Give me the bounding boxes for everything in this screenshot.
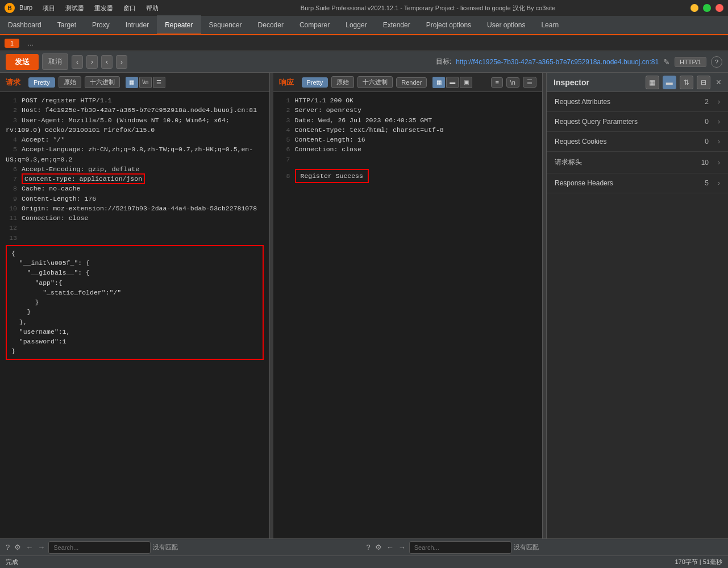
json-line-init: "__init\u005f_": {	[11, 258, 258, 268]
response-format-btn[interactable]: ≡	[491, 77, 502, 88]
target-edit-button[interactable]: ✎	[663, 57, 670, 67]
response-view-btn3[interactable]: ▣	[460, 77, 472, 88]
help-button[interactable]: ?	[711, 56, 722, 68]
response-line-8: 8Register Success	[279, 164, 537, 183]
tab-dashboard[interactable]: Dashboard	[0, 15, 49, 35]
tab-logger[interactable]: Logger	[338, 15, 375, 35]
inspector-row-request-headers[interactable]: 请求标头 10 ›	[547, 152, 728, 173]
response-view-btn1[interactable]: ▦	[432, 77, 445, 88]
nav-fwd-button[interactable]: ›	[86, 55, 98, 69]
nav-back-button[interactable]: ‹	[72, 55, 83, 69]
request-line-5: 5Accept-Language: zh-CN,zh;q=0.8,zh-TW;q…	[6, 144, 264, 164]
response-line-4: 4Content-Type: text/html; charset=utf-8	[279, 125, 537, 135]
titlebar: B Burp 项目 测试器 重发器 窗口 帮助 Burp Suite Profe…	[0, 0, 728, 16]
response-panel-content[interactable]: 1HTTP/1.1 200 OK 2Server: openresty 3Dat…	[273, 92, 543, 538]
inspector-row-query-params[interactable]: Request Query Parameters 0 ›	[547, 112, 728, 132]
inspector-row-response-headers[interactable]: Response Headers 5 ›	[547, 173, 728, 193]
tab-decoder[interactable]: Decoder	[250, 15, 292, 35]
nav-fwd2-button[interactable]: ›	[116, 55, 127, 69]
request-panel-content[interactable]: 1POST /register HTTP/1.1 2Host: f4c1925e…	[0, 92, 269, 538]
app-logo: B	[5, 3, 15, 13]
minimize-button[interactable]	[690, 4, 698, 12]
send-button[interactable]: 发送	[6, 54, 39, 70]
register-success-box: Register Success	[295, 169, 369, 183]
response-tab-raw[interactable]: 原始	[331, 76, 354, 88]
json-line-password: "password":1	[11, 337, 258, 346]
menu-help[interactable]: 帮助	[146, 4, 159, 13]
tab-project-options[interactable]: Project options	[418, 15, 479, 35]
response-more-btn[interactable]: ☰	[523, 77, 536, 88]
request-view-btn3[interactable]: ☰	[153, 77, 165, 88]
json-line-close3: },	[11, 317, 258, 327]
bottom-nav-fwd-right[interactable]: →	[397, 542, 407, 553]
request-line-4: 4Accept: */*	[6, 135, 264, 144]
inspector-close-button[interactable]: ×	[716, 77, 721, 88]
response-wrap-btn[interactable]: \n	[506, 77, 519, 88]
tab-extender[interactable]: Extender	[375, 15, 418, 35]
tab-proxy[interactable]: Proxy	[84, 15, 118, 35]
tab-user-options[interactable]: User options	[479, 15, 533, 35]
response-view-btn2[interactable]: ▬	[446, 77, 459, 88]
inspector-sort-btn[interactable]: ⇅	[680, 76, 693, 89]
bottom-nav-back-left[interactable]: ←	[24, 542, 34, 553]
bottom-help-left[interactable]: ?	[5, 542, 11, 553]
repeater-tab-more[interactable]: …	[22, 39, 39, 48]
bottom-settings-left[interactable]: ⚙	[13, 542, 22, 553]
request-view-btn2[interactable]: \\n	[139, 77, 152, 88]
nav-tabs: Dashboard Target Proxy Intruder Repeater…	[0, 16, 728, 35]
request-line-11: 11Connection: close	[6, 213, 264, 223]
inspector-row-cookies[interactable]: Request Cookies 0 ›	[547, 132, 728, 152]
response-tab-hex[interactable]: 十六进制	[357, 76, 393, 88]
tab-comparer[interactable]: Comparer	[292, 15, 338, 35]
search-input-right[interactable]	[409, 541, 511, 554]
request-view-btn1[interactable]: ▦	[126, 77, 138, 88]
cancel-button[interactable]: 取消	[42, 53, 68, 70]
menu-window[interactable]: 窗口	[123, 4, 136, 13]
json-line-globals: "__globals__": {	[11, 268, 258, 277]
tab-repeater[interactable]: Repeater	[157, 15, 201, 35]
menu-test[interactable]: 测试器	[65, 4, 84, 13]
status-stats: 170字节 | 51毫秒	[675, 558, 722, 566]
target-label: 目标:	[436, 57, 451, 67]
response-view-toggle: ▦ ▬ ▣	[432, 77, 472, 88]
bottom-settings-right[interactable]: ⚙	[374, 542, 383, 553]
bottom-nav-fwd-left[interactable]: →	[36, 542, 46, 553]
request-panel: 请求 Pretty 原始 十六进制 ▦ \\n ☰ 1POST /registe…	[0, 73, 270, 538]
window-title: Burp Suite Professional v2021.12.1 - Tem…	[165, 4, 690, 13]
request-tab-hex[interactable]: 十六进制	[85, 76, 120, 88]
bottom-nav-back-right[interactable]: ←	[385, 542, 395, 553]
tab-intruder[interactable]: Intruder	[118, 15, 157, 35]
no-match-left: 没有匹配	[153, 543, 178, 552]
close-button[interactable]	[715, 4, 723, 12]
response-panel-title: 响应	[279, 77, 294, 88]
target-bar: 目标: http://f4c1925e-7b30-42a7-a365-b7e7c…	[131, 56, 722, 68]
menu-resend[interactable]: 重发器	[94, 4, 113, 13]
tab-target[interactable]: Target	[49, 15, 84, 35]
json-line-end: }	[11, 346, 258, 356]
json-line-close1: }	[11, 297, 258, 307]
inspector-layout-btn2[interactable]: ▬	[663, 76, 676, 89]
statusbar: 完成 170字节 | 51毫秒	[0, 555, 728, 568]
request-tab-raw[interactable]: 原始	[59, 76, 81, 88]
http-version-badge: HTTP/1	[675, 57, 706, 67]
request-view-toggle: ▦ \\n ☰	[126, 77, 165, 88]
response-tab-render[interactable]: Render	[396, 77, 427, 88]
tab-learn[interactable]: Learn	[533, 15, 567, 35]
response-tab-pretty[interactable]: Pretty	[302, 77, 328, 88]
tab-sequencer[interactable]: Sequencer	[201, 15, 250, 35]
inspector-rows: Request Attributes 2 › Request Query Par…	[547, 92, 728, 193]
repeater-tab-1[interactable]: 1	[5, 39, 19, 48]
inspector-row-request-attributes[interactable]: Request Attributes 2 ›	[547, 92, 728, 112]
search-input-left[interactable]	[48, 541, 151, 554]
inspector-filter-btn[interactable]: ⊟	[697, 76, 710, 89]
request-tab-pretty[interactable]: Pretty	[28, 77, 55, 88]
inspector-layout-btn1[interactable]: ▦	[646, 76, 659, 89]
maximize-button[interactable]	[703, 4, 711, 12]
request-line-10: 10Origin: moz-extension://52197b93-2daa-…	[6, 204, 264, 213]
nav-back2-button[interactable]: ‹	[101, 55, 113, 69]
bottom-help-right[interactable]: ?	[365, 542, 372, 553]
menu-burp[interactable]: Burp	[19, 4, 32, 13]
menu-project[interactable]: 项目	[43, 4, 55, 13]
response-line-1: 1HTTP/1.1 200 OK	[279, 96, 537, 105]
menu-bar: Burp 项目 测试器 重发器 窗口 帮助	[19, 4, 159, 13]
